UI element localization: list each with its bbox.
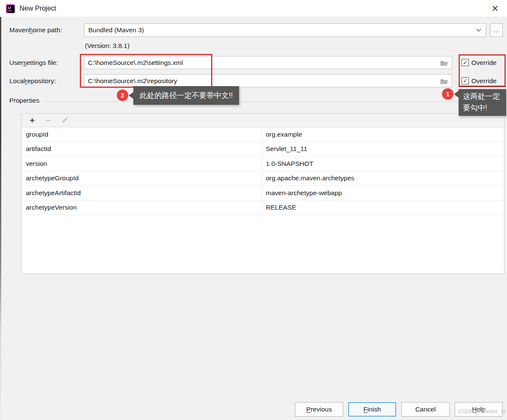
properties-toolbar: + −: [22, 114, 504, 127]
properties-table: + − groupId org.example artifactId Servl…: [21, 113, 504, 274]
new-project-dialog: IJ New Project × Maven home path: Bundle…: [0, 0, 507, 420]
property-value: org.apache.maven.archetypes: [262, 171, 504, 186]
local-repository-input[interactable]: C:\homeSource\.m2\repository: [84, 74, 452, 87]
property-key: version: [22, 157, 262, 171]
user-settings-override-label: Override: [471, 56, 496, 69]
edit-pencil-icon[interactable]: [58, 115, 71, 126]
checkmark-icon: ✓: [463, 60, 468, 65]
add-icon[interactable]: +: [26, 115, 39, 126]
annotation-badge-2: 2: [117, 90, 128, 101]
label-text: ome path:: [33, 26, 62, 34]
property-key: groupId: [22, 127, 262, 142]
button-text: inish: [367, 406, 381, 413]
property-value: 1.0-SNAPSHOT: [262, 157, 504, 171]
user-settings-file-label: User settings file:: [9, 56, 58, 69]
button-text: elp: [477, 406, 486, 413]
local-repository-label: Local repository:: [9, 74, 56, 87]
close-icon[interactable]: ×: [487, 1, 503, 16]
chevron-down-icon: [476, 28, 482, 32]
help-button[interactable]: Help: [455, 402, 503, 417]
checkmark-icon: ✓: [463, 78, 468, 84]
maven-home-path-label: Maven home path:: [9, 23, 62, 37]
property-value: Servlet_11_11: [262, 142, 504, 157]
button-mnemonic: P: [306, 406, 310, 413]
label-mnemonic: s: [23, 59, 27, 67]
user-settings-override-checkbox[interactable]: ✓: [462, 59, 469, 66]
local-repository-override-checkbox[interactable]: ✓: [462, 77, 469, 84]
remove-icon[interactable]: −: [42, 115, 55, 126]
table-row[interactable]: version 1.0-SNAPSHOT: [22, 157, 504, 171]
browse-folder-icon[interactable]: [440, 77, 448, 85]
property-value: RELEASE: [262, 201, 504, 215]
intellij-logo-text: IJ: [8, 6, 11, 10]
maven-version-text: (Version: 3.8.1): [85, 42, 130, 50]
label-text: User: [9, 59, 23, 67]
label-text: Maven: [9, 26, 29, 34]
intellij-logo-dash: [8, 10, 11, 11]
button-mnemonic: F: [363, 406, 367, 413]
tooltip-line: 要勾中!: [463, 102, 506, 114]
properties-section-title: Properties: [9, 97, 39, 104]
cancel-button[interactable]: Cancel: [401, 402, 450, 417]
table-row[interactable]: archetypeArtifactId maven-archetype-weba…: [22, 186, 504, 201]
property-value: org.example: [262, 127, 504, 142]
maven-home-path-value: Bundled (Maven 3): [88, 26, 144, 34]
intellij-logo-icon: IJ: [6, 4, 15, 13]
maven-home-browse-button[interactable]: ...: [490, 23, 503, 37]
table-row[interactable]: archetypeGroupId org.apache.maven.archet…: [22, 171, 504, 186]
tooltip-line: 这两处一定: [463, 91, 506, 102]
property-key: archetypeVersion: [22, 201, 262, 215]
titlebar: IJ New Project ×: [0, 0, 507, 17]
property-key: archetypeArtifactId: [22, 186, 262, 200]
property-key: archetypeGroupId: [22, 171, 262, 186]
local-repository-override-label: Override: [471, 74, 496, 87]
properties-separator: [45, 101, 504, 102]
finish-button[interactable]: Finish: [348, 402, 396, 417]
label-text: Local: [9, 77, 25, 85]
button-mnemonic: H: [472, 406, 477, 413]
label-text: ettings file:: [26, 59, 58, 67]
button-text: revious: [311, 406, 332, 413]
table-row[interactable]: archetypeVersion RELEASE: [22, 201, 504, 216]
maven-home-path-combobox[interactable]: Bundled (Maven 3): [84, 23, 486, 37]
tooltip-arrow-left-icon: [454, 91, 459, 98]
previous-button[interactable]: Previous: [295, 402, 343, 417]
background-window-edge: [0, 17, 1, 420]
annotation-tooltip-paths: 此处的路径一定不要带中文!!: [133, 86, 239, 105]
label-mnemonic: h: [29, 26, 33, 34]
button-text: Cancel: [415, 406, 436, 413]
table-row[interactable]: artifactId Servlet_11_11: [22, 142, 504, 157]
intellij-logo-inner: IJ: [7, 5, 14, 12]
local-repository-value: C:\homeSource\.m2\repository: [88, 77, 177, 85]
table-row[interactable]: groupId org.example: [22, 127, 504, 142]
window-title: New Project: [20, 0, 56, 17]
annotation-tooltip-overrides: 这两处一定 要勾中!: [459, 89, 506, 116]
browse-folder-icon[interactable]: [440, 59, 448, 67]
property-key: artifactId: [22, 142, 262, 157]
annotation-badge-1: 1: [442, 88, 453, 100]
property-value: maven-archetype-webapp: [262, 186, 504, 200]
user-settings-file-value: C:\homeSource\.m2\settings.xml: [88, 59, 183, 67]
tooltip-arrow-left-icon: [129, 92, 133, 99]
label-text: epository:: [27, 77, 56, 85]
user-settings-file-input[interactable]: C:\homeSource\.m2\settings.xml: [84, 56, 452, 69]
